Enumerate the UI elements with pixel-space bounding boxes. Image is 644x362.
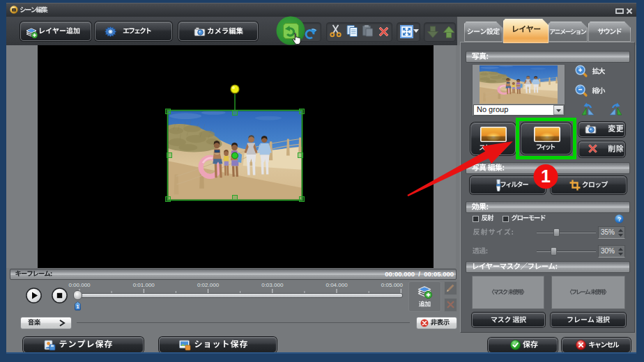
svg-text:1: 1 bbox=[541, 166, 551, 186]
